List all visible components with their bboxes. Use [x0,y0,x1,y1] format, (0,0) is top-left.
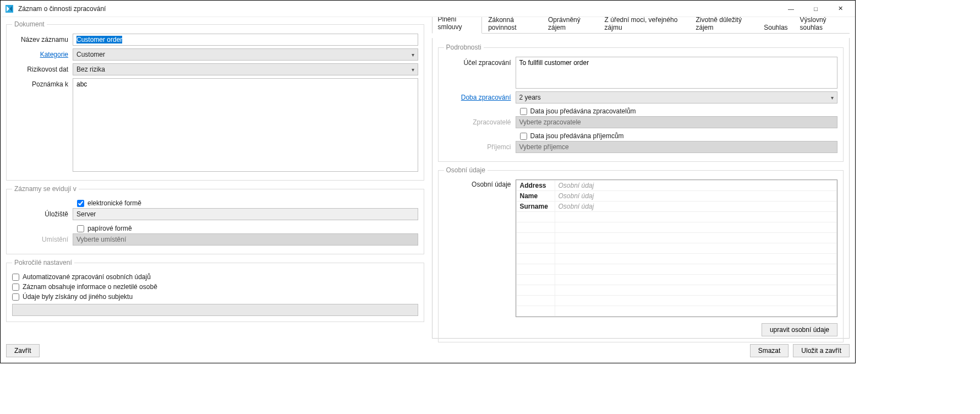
check-processors-label: Data jsou předávána zpracovatelům [530,107,636,115]
check-auto[interactable] [12,274,19,281]
group-records: Záznamy se evidují v elektronické formě … [6,185,424,254]
personal-value[interactable] [555,285,837,296]
minimize-button[interactable]: — [779,1,803,17]
check-recipients-label: Data jsou předávána příjemcům [530,132,624,140]
table-row [516,264,837,275]
label-storage: Úložiště [12,210,73,218]
check-paper-row: papírové formě [77,224,418,233]
personal-value[interactable] [555,296,837,306]
maximize-button[interactable]: □ [803,1,828,17]
personal-key [516,222,555,233]
table-row: NameOsobní údaj [516,191,837,201]
check-minor-row: Záznam obsahuje informace o nezletilé os… [12,282,418,292]
personal-key: Address [516,181,555,191]
personal-key [516,243,555,254]
table-row: SurnameOsobní údaj [516,201,837,212]
combo-duration[interactable]: 2 years ▾ [516,91,838,103]
input-name[interactable]: Customer order [73,34,418,46]
check-recipients[interactable] [520,133,527,140]
tab-2[interactable]: Oprávněný zájem [542,17,599,34]
personal-value[interactable] [555,243,837,254]
tab-6[interactable]: Výslovný souhlas [794,17,850,34]
combo-category[interactable]: Customer ▾ [73,48,418,61]
close-window-button[interactable]: ✕ [828,1,853,17]
personal-grid[interactable]: AddressOsobní údajNameOsobní údajSurname… [516,179,838,317]
delete-button[interactable]: Smazat [750,344,789,357]
save-close-button[interactable]: Uložit a zavřít [793,344,850,357]
personal-value[interactable]: Osobní údaj [555,201,837,212]
textarea-note[interactable] [73,78,418,172]
tab-panel: Podrobnosti Účel zpracování Doba zpracov… [432,38,850,339]
label-personal: Osobní údaje [444,179,516,188]
check-auto-row: Automatizované zpracování osobních údajů [12,272,418,282]
table-row [516,275,837,285]
textarea-purpose[interactable] [516,57,838,89]
table-row: AddressOsobní údaj [516,181,837,191]
app-icon [5,4,14,13]
personal-key [516,212,555,222]
personal-key: Surname [516,201,555,212]
group-document: Dokument Název záznamu Customer order Ka… [6,20,424,181]
personal-key [516,254,555,264]
personal-value[interactable] [555,254,837,264]
check-other-subject-row: Údaje byly získány od jiného subjektu [12,292,418,302]
tab-0[interactable]: Plnění smlouvy [432,17,483,34]
group-advanced: Pokročilé nastavení Automatizované zprac… [6,259,424,322]
other-subject-field [12,304,418,316]
table-row [516,233,837,243]
tab-4[interactable]: Životně důležitý zájem [690,17,758,34]
label-category: Kategorie [12,51,73,58]
check-processors-row: Data jsou předávána zpracovatelům [520,106,838,116]
check-other-subject[interactable] [12,293,19,301]
personal-value[interactable]: Osobní údaj [555,181,837,191]
personal-value[interactable] [555,233,837,243]
group-advanced-legend: Pokročilé nastavení [12,259,74,266]
personal-value[interactable] [555,222,837,233]
group-personal-legend: Osobní údaje [444,166,488,174]
check-electronic-row: elektronické formě [77,198,418,208]
tab-1[interactable]: Zákonná povinnost [482,17,542,34]
tab-3[interactable]: Z úřední moci, veřejného zájmu [599,17,690,34]
check-processors[interactable] [520,108,527,115]
chevron-down-icon: ▾ [412,52,414,58]
close-button[interactable]: Zavřít [6,344,40,357]
personal-key [516,296,555,306]
personal-value[interactable] [555,264,837,275]
combo-processors: Vyberte zpracovatele [516,116,838,128]
combo-location: Vyberte umístění [73,233,418,246]
personal-value[interactable] [555,306,837,317]
personal-value[interactable] [555,275,837,285]
label-duration: Doba zpracování [444,94,516,101]
body: Dokument Název záznamu Customer order Ka… [1,17,855,363]
link-category[interactable]: Kategorie [40,51,68,58]
personal-key [516,264,555,275]
table-row [516,285,837,296]
combo-storage[interactable]: Server [73,208,418,220]
personal-key [516,285,555,296]
personal-value[interactable] [555,212,837,222]
combo-risk[interactable]: Bez rizika ▾ [73,63,418,75]
link-duration[interactable]: Doba zpracování [461,94,511,101]
table-row [516,243,837,254]
label-name: Název záznamu [12,36,73,43]
tab-5[interactable]: Souhlas [758,21,793,34]
check-paper-label: papírové formě [87,225,132,232]
window-title: Záznam o činnosti zpracování [18,5,106,13]
check-minor[interactable] [12,284,19,291]
group-personal: Osobní údaje Osobní údaje AddressOsobní … [438,166,844,342]
check-paper[interactable] [77,225,84,232]
combo-recipients: Vyberte příjemce [516,141,838,153]
table-row [516,212,837,222]
check-auto-label: Automatizované zpracování osobních údajů [23,273,151,281]
personal-key [516,233,555,243]
group-details-legend: Podrobnosti [444,43,484,51]
table-row [516,222,837,233]
tab-strip: Plnění smlouvyZákonná povinnostOprávněný… [432,20,850,34]
personal-value[interactable]: Osobní údaj [555,191,837,201]
edit-personal-button[interactable]: upravit osobní údaje [762,323,837,336]
label-recipients: Příjemci [444,143,516,151]
footer: Zavřít Smazat Uložit a zavřít [6,342,850,357]
check-electronic[interactable] [77,200,84,207]
label-purpose: Účel zpracování [444,57,516,67]
chevron-down-icon: ▾ [412,67,414,73]
